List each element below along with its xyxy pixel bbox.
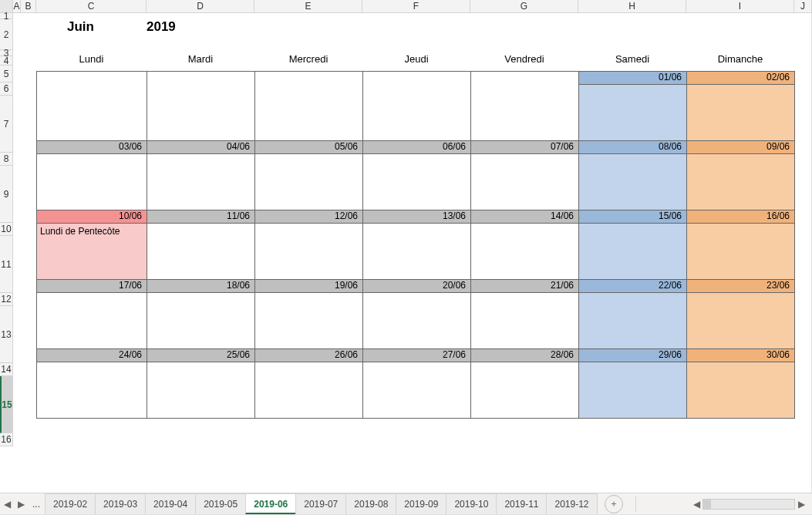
- calendar-cell[interactable]: 29/06: [579, 349, 687, 419]
- row-header-1[interactable]: 1: [0, 13, 13, 19]
- weekday-header: Jeudi: [362, 49, 470, 71]
- row-header-7[interactable]: 7: [0, 96, 13, 153]
- calendar-cell[interactable]: 23/06: [687, 280, 795, 349]
- col-header-D[interactable]: D: [147, 0, 254, 13]
- sheet-tab[interactable]: 2019-03: [95, 493, 146, 514]
- col-header-F[interactable]: F: [362, 0, 470, 13]
- row-header-4[interactable]: 4: [0, 56, 13, 66]
- calendar-cell-blank[interactable]: [255, 72, 363, 141]
- row-header-6[interactable]: 6: [0, 82, 13, 96]
- calendar-cell[interactable]: 24/06: [37, 349, 147, 419]
- col-header-E[interactable]: E: [254, 0, 362, 13]
- calendar-cell[interactable]: 15/06: [579, 210, 687, 280]
- calendar-cell[interactable]: 03/06: [37, 141, 147, 210]
- scroll-thumb[interactable]: [703, 500, 711, 509]
- calendar-note: [687, 293, 794, 348]
- weekday-header: Mercredi: [254, 49, 362, 71]
- calendar-cell[interactable]: 13/06: [363, 210, 471, 280]
- calendar-note: [363, 154, 470, 210]
- row-header-2[interactable]: 2: [0, 19, 13, 50]
- calendar-cell[interactable]: 09/06: [687, 141, 795, 210]
- row-header-5[interactable]: 5: [0, 66, 13, 82]
- calendar-cell[interactable]: 01/06: [579, 72, 687, 141]
- calendar-cell-blank[interactable]: [147, 72, 255, 141]
- worksheet-grid[interactable]: Juin 2019 Lundi Mardi Mercredi Jeudi Ven…: [13, 13, 809, 419]
- row-header-10[interactable]: 10: [0, 223, 13, 236]
- calendar-note: [37, 293, 147, 348]
- calendar-cell[interactable]: 20/06: [363, 280, 471, 349]
- calendar-cell[interactable]: 22/06: [579, 280, 687, 349]
- calendar-cell[interactable]: 27/06: [363, 349, 471, 419]
- horizontal-scrollbar[interactable]: ◀ ▶: [638, 498, 812, 510]
- calendar-date: [471, 72, 578, 85]
- calendar-cell[interactable]: 04/06: [147, 141, 255, 210]
- sheet-tab[interactable]: 2019-06: [245, 493, 296, 514]
- calendar-note: [687, 224, 794, 279]
- calendar-cell[interactable]: 06/06: [363, 141, 471, 210]
- calendar-cell[interactable]: 07/06: [471, 141, 579, 210]
- row-header-12[interactable]: 12: [0, 293, 13, 306]
- calendar-note: [147, 85, 254, 140]
- calendar-cell-blank[interactable]: [471, 72, 579, 141]
- weekday-header: Dimanche: [686, 49, 794, 71]
- col-header-I[interactable]: I: [686, 0, 794, 13]
- calendar-cell[interactable]: 18/06: [147, 280, 255, 349]
- new-sheet-button[interactable]: ＋: [605, 495, 623, 513]
- row-header-14[interactable]: 14: [0, 363, 13, 376]
- calendar-cell[interactable]: 02/06: [687, 72, 795, 141]
- calendar-cell[interactable]: 12/06: [255, 210, 363, 280]
- tab-nav-more[interactable]: ...: [28, 499, 45, 510]
- calendar-cell[interactable]: 26/06: [255, 349, 363, 419]
- calendar-cell[interactable]: 11/06: [147, 210, 255, 280]
- sheet-tab[interactable]: 2019-09: [396, 493, 446, 514]
- calendar-note: [687, 154, 794, 210]
- sheet-tab[interactable]: 2019-10: [446, 493, 497, 514]
- calendar-note: [579, 85, 686, 140]
- row-header-9[interactable]: 9: [0, 166, 13, 223]
- sheet-tab[interactable]: 2019-04: [145, 493, 196, 514]
- sheet-tab[interactable]: 2019-07: [295, 493, 346, 514]
- calendar-note: [363, 362, 470, 418]
- calendar-cell[interactable]: 28/06: [471, 349, 579, 419]
- calendar-cell[interactable]: 08/06: [579, 141, 687, 210]
- tab-nav-next[interactable]: ▶: [14, 493, 28, 515]
- col-header-C[interactable]: C: [36, 0, 147, 13]
- calendar-cell[interactable]: 17/06: [37, 280, 147, 349]
- calendar-cell-blank[interactable]: [363, 72, 471, 141]
- row-header-13[interactable]: 13: [0, 306, 13, 363]
- sheet-tab[interactable]: 2019-08: [345, 493, 396, 514]
- calendar-note: [579, 362, 686, 418]
- calendar-cell[interactable]: 14/06: [471, 210, 579, 280]
- sheet-tab[interactable]: 2019-11: [496, 493, 547, 514]
- scroll-track[interactable]: [702, 499, 795, 510]
- col-header-A[interactable]: A: [13, 0, 21, 13]
- sheet-tab[interactable]: 2019-02: [45, 493, 96, 514]
- calendar-note: [471, 85, 578, 140]
- col-header-J[interactable]: J: [794, 0, 812, 13]
- calendar-cell[interactable]: 10/06Lundi de Pentecôte: [37, 210, 147, 280]
- calendar-date: 28/06: [471, 349, 578, 362]
- row-header-8[interactable]: 8: [0, 153, 13, 166]
- calendar-note: [687, 85, 794, 140]
- row-header-16[interactable]: 16: [0, 433, 13, 446]
- calendar-cell[interactable]: 25/06: [147, 349, 255, 419]
- calendar-cell[interactable]: 21/06: [471, 280, 579, 349]
- calendar-cell[interactable]: 30/06: [687, 349, 795, 419]
- calendar-cell[interactable]: 19/06: [255, 280, 363, 349]
- scroll-left-arrow[interactable]: ◀: [690, 498, 702, 510]
- sheet-tab[interactable]: 2019-12: [546, 493, 597, 514]
- row-header-11[interactable]: 11: [0, 236, 13, 293]
- row-header-15[interactable]: 15: [0, 376, 13, 433]
- col-header-B[interactable]: B: [21, 0, 36, 13]
- sheet-tab[interactable]: 2019-05: [195, 493, 246, 514]
- calendar-note: [579, 224, 686, 279]
- tab-nav-prev[interactable]: ◀: [0, 493, 14, 515]
- col-header-G[interactable]: G: [470, 0, 578, 13]
- calendar-cell[interactable]: 05/06: [255, 141, 363, 210]
- scroll-right-arrow[interactable]: ▶: [795, 498, 807, 510]
- calendar-cell[interactable]: 16/06: [687, 210, 795, 280]
- calendar-date: 08/06: [579, 141, 686, 154]
- col-header-H[interactable]: H: [578, 0, 686, 13]
- calendar-cell-blank[interactable]: [37, 72, 147, 141]
- calendar-date: 19/06: [255, 280, 362, 293]
